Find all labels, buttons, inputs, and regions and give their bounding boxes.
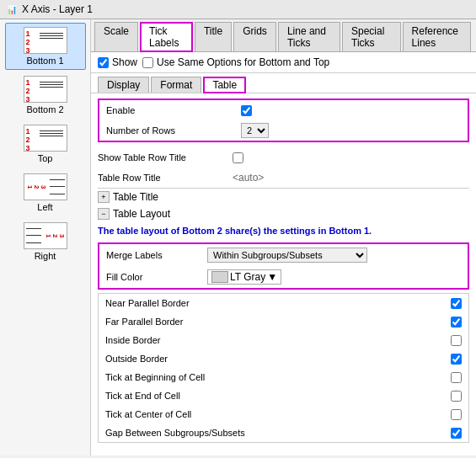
tab-title[interactable]: Title	[195, 22, 232, 51]
bottom2-icon: 123	[24, 76, 67, 103]
tab-reference-lines[interactable]: Reference Lines	[403, 22, 471, 51]
layout-message: The table layout of Bottom 2 share(s) th…	[91, 222, 476, 239]
expand-table-title-icon[interactable]: +	[98, 191, 110, 203]
toolbar-row: Show Use Same Options for Bottom and Top	[91, 52, 476, 73]
enable-checkbox[interactable]	[241, 105, 252, 116]
tab-tick-labels[interactable]: Tick Labels	[140, 22, 193, 52]
same-options-label[interactable]: Use Same Options for Bottom and Top	[142, 56, 329, 68]
border-inside: Inside Border	[99, 331, 468, 349]
content-area: Scale Tick Labels Title Grids Line and T…	[91, 19, 476, 455]
left-icon: 123	[24, 173, 67, 200]
top-icon: 123	[24, 125, 67, 152]
sidebar-label-right: Right	[35, 251, 56, 261]
tab-grids[interactable]: Grids	[233, 22, 276, 51]
tick-end-checkbox[interactable]	[451, 391, 462, 402]
sidebar: 123 Bottom 1 123 Bottom 2	[0, 19, 91, 455]
show-checkbox[interactable]	[98, 57, 109, 68]
outside-border-checkbox[interactable]	[451, 354, 462, 365]
show-row-title-checkbox[interactable]	[233, 152, 243, 163]
sub-tab-display[interactable]: Display	[98, 77, 149, 93]
sub-tab-bar: Display Format Table	[91, 73, 476, 93]
main-tab-bar: Scale Tick Labels Title Grids Line and T…	[91, 19, 476, 52]
sidebar-item-top[interactable]: 123 Top	[5, 120, 86, 168]
tab-special-ticks[interactable]: Special Ticks	[342, 22, 401, 51]
table-layout-row[interactable]: − Table Layout	[91, 205, 476, 222]
sidebar-item-bottom2[interactable]: 123 Bottom 2	[5, 72, 86, 119]
sidebar-item-left[interactable]: 123 Left	[5, 169, 86, 216]
enable-section: Enable Number of Rows 2 1 3 4	[98, 99, 469, 142]
sidebar-item-bottom1[interactable]: 123 Bottom 1	[5, 23, 86, 70]
sidebar-label-bottom1: Bottom 1	[26, 56, 63, 66]
enable-row: Enable	[99, 100, 468, 120]
far-parallel-checkbox[interactable]	[451, 317, 462, 328]
sidebar-label-top: Top	[38, 153, 53, 163]
window-icon: 📊	[7, 5, 17, 14]
tick-beginning-checkbox[interactable]	[451, 372, 462, 383]
table-title-row[interactable]: + Table Title	[91, 189, 476, 205]
table-row-title-row: Table Row Title <auto>	[91, 168, 476, 188]
border-section: Near Parallel Border Far Parallel Border…	[98, 293, 469, 443]
gap-subgroups-checkbox[interactable]	[451, 428, 462, 439]
bottom1-icon: 123	[24, 27, 67, 54]
num-rows-select[interactable]: 2 1 3 4	[241, 123, 269, 138]
sub-tab-format[interactable]: Format	[151, 77, 201, 93]
sidebar-label-left: Left	[37, 202, 52, 212]
right-icon: 123	[24, 222, 67, 249]
num-rows-row: Number of Rows 2 1 3 4	[99, 120, 468, 141]
merge-section: Merge Labels Within Subgroups/Subsets No…	[98, 242, 469, 290]
border-far-parallel: Far Parallel Border	[99, 312, 468, 331]
same-options-checkbox[interactable]	[142, 57, 153, 68]
sidebar-item-right[interactable]: 123 Right	[5, 218, 86, 265]
border-tick-end: Tick at End of Cell	[99, 386, 468, 405]
sidebar-label-bottom2: Bottom 2	[26, 104, 63, 114]
expand-table-layout-icon[interactable]: −	[98, 208, 110, 220]
table-panel: Enable Number of Rows 2 1 3 4	[91, 93, 476, 455]
show-row-title-row: Show Table Row Title	[91, 147, 476, 168]
title-bar-label: X Axis - Layer 1	[22, 3, 93, 15]
fill-color-button[interactable]: LT Gray ▼	[207, 269, 281, 285]
fill-color-row: Fill Color LT Gray ▼	[99, 266, 468, 288]
sub-tab-table[interactable]: Table	[203, 77, 246, 93]
border-tick-center: Tick at Center of Cell	[99, 405, 468, 423]
merge-labels-row: Merge Labels Within Subgroups/Subsets No…	[99, 244, 468, 266]
tab-line-and-ticks[interactable]: Line and Ticks	[278, 22, 340, 51]
show-checkbox-label[interactable]: Show	[98, 56, 137, 68]
title-bar: 📊 X Axis - Layer 1	[0, 0, 476, 19]
border-tick-beginning: Tick at Beginning of Cell	[99, 368, 468, 386]
merge-labels-select[interactable]: Within Subgroups/Subsets None All	[207, 248, 367, 263]
dropdown-arrow-icon: ▼	[267, 271, 277, 283]
near-parallel-checkbox[interactable]	[451, 298, 462, 309]
border-near-parallel: Near Parallel Border	[99, 294, 468, 312]
tab-scale[interactable]: Scale	[94, 22, 138, 51]
table-row-title-value: <auto>	[233, 172, 264, 184]
tick-center-checkbox[interactable]	[451, 409, 462, 420]
border-gap-subgroups: Gap Between Subgroups/Subsets	[99, 423, 468, 442]
inside-border-checkbox[interactable]	[451, 335, 462, 346]
border-outside: Outside Border	[99, 349, 468, 368]
color-swatch	[211, 271, 228, 283]
